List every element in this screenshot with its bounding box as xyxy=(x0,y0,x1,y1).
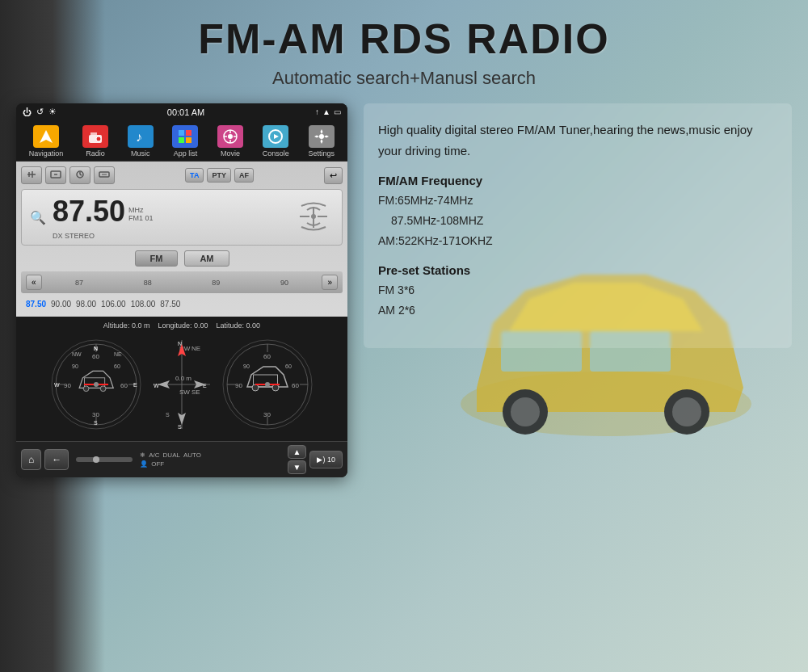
svg-marker-7 xyxy=(40,130,53,143)
preset-row: 87.50 90.00 98.00 106.00 108.00 87.50 xyxy=(21,296,343,312)
fm-btn[interactable]: FM xyxy=(135,250,179,267)
preset-3[interactable]: 98.00 xyxy=(76,300,96,309)
band-scale: 87 88 89 90 xyxy=(45,279,319,287)
slider-thumb[interactable] xyxy=(93,456,99,463)
band-mark-87: 87 xyxy=(75,279,83,287)
svg-line-32 xyxy=(80,174,82,175)
am-range: AM:522KHz-171OKHZ xyxy=(378,231,777,251)
presets-content: FM 3*6 AM 2*6 xyxy=(378,280,777,321)
rds-btn[interactable] xyxy=(45,166,66,184)
pty-btn[interactable]: PTY xyxy=(207,168,231,183)
up-down-btns: ▲ ▼ xyxy=(288,445,307,474)
header: FM-AM RDS RADIO Automatic search+Manusl … xyxy=(0,0,808,95)
music-icon-bg: ♪ xyxy=(128,125,154,148)
nav-item-navigation[interactable]: Navigation xyxy=(29,125,64,158)
page-subtitle: Automatic search+Manusl search xyxy=(0,68,808,89)
kb-btn[interactable] xyxy=(94,166,115,184)
svg-text:30: 30 xyxy=(92,411,99,418)
volume-btn[interactable]: ▶) 10 xyxy=(309,451,343,468)
preset-6[interactable]: 87.50 xyxy=(160,300,180,309)
nav-info: Altitude: 0.0 m Longitude: 0.00 Latitude… xyxy=(23,321,341,330)
nav-item-movie[interactable]: Movie xyxy=(217,125,243,158)
am-btn[interactable]: AM xyxy=(184,250,229,267)
svg-rect-13 xyxy=(186,130,191,136)
svg-text:SE: SE xyxy=(191,388,200,396)
down-btn[interactable]: ▼ xyxy=(288,460,307,474)
svg-point-62 xyxy=(94,382,99,387)
signal-icon: ▲ xyxy=(322,107,330,116)
nav-item-settings[interactable]: Settings xyxy=(309,125,335,158)
eq-btn[interactable] xyxy=(21,166,42,184)
freq-band: « 87 88 89 90 » xyxy=(21,271,343,293)
auto-label[interactable]: AUTO xyxy=(183,452,201,459)
gauge-1: 60 30 90 60 90 60 N S W E NE NW xyxy=(48,336,145,433)
main-content: ⏻ ↺ ☀ 00:01 AM ↑ ▲ ▭ xyxy=(0,95,808,485)
band-mark-88: 88 xyxy=(144,279,152,287)
nav-item-radio[interactable]: Radio xyxy=(82,125,108,158)
up-btn[interactable]: ▲ xyxy=(288,445,307,459)
status-time: 00:01 AM xyxy=(167,107,204,117)
preset-1[interactable]: 87.50 xyxy=(26,300,46,309)
svg-text:30: 30 xyxy=(263,411,271,418)
svg-point-92 xyxy=(252,384,259,391)
nav-bar: Navigation Radio ♪ xyxy=(16,120,347,162)
applist-icon-bg xyxy=(172,125,198,148)
nav-label-music: Music xyxy=(131,149,150,158)
search-btn[interactable]: 🔍 xyxy=(30,210,46,225)
freq-display: 🔍 87.50 DX STEREO MHz FM1 01 xyxy=(21,189,343,246)
radio-interface: TA PTY AF ↩ 🔍 87.50 DX STEREO MHz FM1 xyxy=(16,162,347,317)
off-label[interactable]: OFF xyxy=(151,460,164,468)
preset-4[interactable]: 106.00 xyxy=(101,300,126,309)
svg-point-10 xyxy=(96,136,101,141)
person-icon: 👤 xyxy=(140,460,148,468)
svg-text:60: 60 xyxy=(114,363,120,369)
svg-text:SW: SW xyxy=(179,388,190,396)
altitude-label: Altitude: xyxy=(103,321,130,330)
freq-value-group: 87.50 DX STEREO xyxy=(53,195,125,240)
nav-label-radio: Radio xyxy=(86,149,105,158)
dual-label[interactable]: DUAL xyxy=(163,452,180,459)
info-panel: High quality digital stereo FM/AM Tuner,… xyxy=(364,103,792,348)
nav-item-console[interactable]: Console xyxy=(263,125,289,158)
ta-btn[interactable]: TA xyxy=(185,168,204,183)
ac-label[interactable]: A/C xyxy=(149,452,159,459)
svg-rect-12 xyxy=(179,130,184,136)
svg-rect-14 xyxy=(179,137,184,143)
nav-item-applist[interactable]: App list xyxy=(172,125,198,158)
band-next-btn[interactable]: » xyxy=(322,275,338,290)
preset-5[interactable]: 108.00 xyxy=(131,300,156,309)
status-left-icons: ⏻ ↺ ☀ xyxy=(23,107,57,117)
svg-text:60: 60 xyxy=(285,363,292,369)
svg-text:90: 90 xyxy=(243,363,250,369)
presets-section: Pre-set Stations FM 3*6 AM 2*6 xyxy=(378,263,777,321)
bottom-bar: ⌂ ← ❄ A/C DUAL AUTO 👤 OF xyxy=(16,441,347,477)
home-btn[interactable]: ⌂ xyxy=(21,449,41,470)
band-prev-btn[interactable]: « xyxy=(26,275,42,290)
svg-text:60: 60 xyxy=(292,382,299,389)
ac-row-top: ❄ A/C DUAL AUTO xyxy=(140,452,284,459)
brightness-icon: ☀ xyxy=(48,107,57,117)
back-nav-btn[interactable]: ← xyxy=(44,449,69,470)
freq-unit-group: MHz FM1 01 xyxy=(128,206,154,222)
frequency-display: 87.50 xyxy=(53,195,125,229)
band-mark-90: 90 xyxy=(280,279,288,287)
preset-2[interactable]: 90.00 xyxy=(51,300,71,309)
console-icon-bg xyxy=(263,125,288,148)
svg-text:W: W xyxy=(54,382,60,388)
nav-label-applist: App list xyxy=(174,149,198,158)
svg-text:E: E xyxy=(133,382,137,388)
af-btn[interactable]: AF xyxy=(234,168,254,183)
back-btn[interactable]: ↩ xyxy=(324,167,343,184)
longitude-label: Longitude: xyxy=(158,321,191,330)
nav-item-music[interactable]: ♪ Music xyxy=(128,125,154,158)
info-description: High quality digital stereo FM/AM Tuner,… xyxy=(378,120,777,161)
nav-label-movie: Movie xyxy=(221,149,240,158)
svg-text:N: N xyxy=(94,346,98,351)
latitude-value: 0.00 xyxy=(246,321,261,330)
frequency-title: FM/AM Frequency xyxy=(378,174,777,187)
svg-text:N: N xyxy=(178,341,182,346)
svg-text:60: 60 xyxy=(120,382,128,389)
movie-icon-bg xyxy=(217,125,243,148)
svg-text:S: S xyxy=(178,424,182,430)
clk-btn[interactable] xyxy=(69,166,90,184)
